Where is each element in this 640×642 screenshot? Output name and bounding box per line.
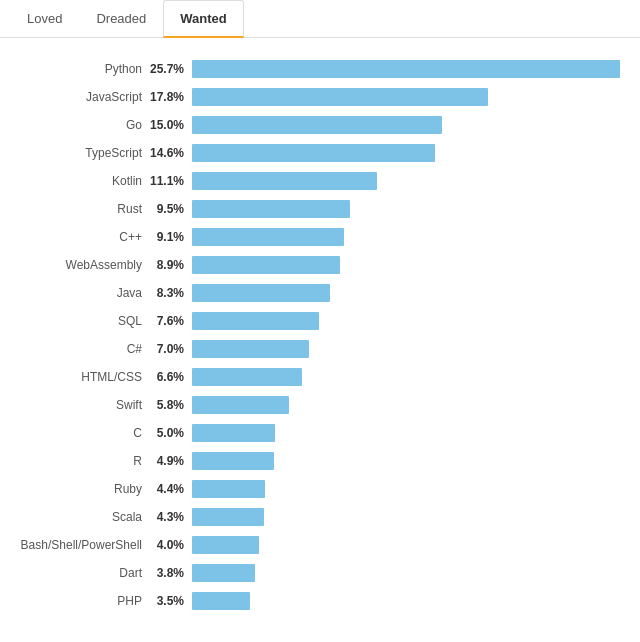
bar-label: C# xyxy=(10,342,150,356)
bar-fill xyxy=(192,284,330,302)
bar-pct: 15.0% xyxy=(150,118,192,132)
bar-fill xyxy=(192,88,488,106)
bar-fill xyxy=(192,172,377,190)
bar-row: Bash/Shell/PowerShell4.0% xyxy=(10,534,620,556)
bar-label: Ruby xyxy=(10,482,150,496)
bar-track xyxy=(192,368,620,386)
bar-pct: 14.6% xyxy=(150,146,192,160)
bar-label: R xyxy=(10,454,150,468)
bar-row: Go15.0% xyxy=(10,114,620,136)
bar-pct: 4.4% xyxy=(150,482,192,496)
bar-label: TypeScript xyxy=(10,146,150,160)
bar-label: HTML/CSS xyxy=(10,370,150,384)
bar-fill xyxy=(192,396,289,414)
bar-label: C xyxy=(10,426,150,440)
bar-track xyxy=(192,452,620,470)
bar-fill xyxy=(192,480,265,498)
bar-track xyxy=(192,424,620,442)
bar-label: C++ xyxy=(10,230,150,244)
bar-fill xyxy=(192,116,442,134)
bar-label: WebAssembly xyxy=(10,258,150,272)
bar-row: TypeScript14.6% xyxy=(10,142,620,164)
bar-track xyxy=(192,256,620,274)
tab-wanted[interactable]: Wanted xyxy=(163,0,243,38)
bar-label: Python xyxy=(10,62,150,76)
bar-fill xyxy=(192,592,250,610)
bar-pct: 6.6% xyxy=(150,370,192,384)
bar-pct: 9.1% xyxy=(150,230,192,244)
bar-row: Scala4.3% xyxy=(10,506,620,528)
bar-pct: 25.7% xyxy=(150,62,192,76)
bar-label: Go xyxy=(10,118,150,132)
bar-row: Rust9.5% xyxy=(10,198,620,220)
bar-pct: 5.0% xyxy=(150,426,192,440)
bar-track xyxy=(192,480,620,498)
bar-row: Ruby4.4% xyxy=(10,478,620,500)
bar-pct: 8.3% xyxy=(150,286,192,300)
bar-fill xyxy=(192,228,344,246)
bar-track xyxy=(192,172,620,190)
bar-fill xyxy=(192,312,319,330)
bar-row: Kotlin11.1% xyxy=(10,170,620,192)
bar-track xyxy=(192,508,620,526)
bar-label: SQL xyxy=(10,314,150,328)
bar-fill xyxy=(192,144,435,162)
bar-track xyxy=(192,116,620,134)
bar-fill xyxy=(192,368,302,386)
bar-label: PHP xyxy=(10,594,150,608)
bar-row: JavaScript17.8% xyxy=(10,86,620,108)
bar-pct: 17.8% xyxy=(150,90,192,104)
bar-label: Dart xyxy=(10,566,150,580)
bar-fill xyxy=(192,340,309,358)
bar-track xyxy=(192,284,620,302)
bar-label: Java xyxy=(10,286,150,300)
bar-row: PHP3.5% xyxy=(10,590,620,612)
bar-row: Java8.3% xyxy=(10,282,620,304)
bar-row: C++9.1% xyxy=(10,226,620,248)
bar-track xyxy=(192,340,620,358)
bar-fill xyxy=(192,564,255,582)
bar-label: Kotlin xyxy=(10,174,150,188)
bar-track xyxy=(192,88,620,106)
bar-track xyxy=(192,396,620,414)
bar-pct: 4.0% xyxy=(150,538,192,552)
bar-pct: 3.5% xyxy=(150,594,192,608)
tabs-container: Loved Dreaded Wanted xyxy=(0,0,640,38)
tab-loved[interactable]: Loved xyxy=(10,0,79,38)
bar-row: Dart3.8% xyxy=(10,562,620,584)
bar-label: Rust xyxy=(10,202,150,216)
bar-pct: 4.9% xyxy=(150,454,192,468)
bar-row: Swift5.8% xyxy=(10,394,620,416)
bar-label: Scala xyxy=(10,510,150,524)
bar-fill xyxy=(192,508,264,526)
tab-dreaded[interactable]: Dreaded xyxy=(79,0,163,38)
bar-row: Python25.7% xyxy=(10,58,620,80)
bar-fill xyxy=(192,60,620,78)
bar-fill xyxy=(192,452,274,470)
bar-pct: 3.8% xyxy=(150,566,192,580)
bar-pct: 11.1% xyxy=(150,174,192,188)
bar-row: R4.9% xyxy=(10,450,620,472)
bar-track xyxy=(192,200,620,218)
bar-pct: 4.3% xyxy=(150,510,192,524)
bar-fill xyxy=(192,536,259,554)
bar-row: C5.0% xyxy=(10,422,620,444)
bar-row: WebAssembly8.9% xyxy=(10,254,620,276)
bar-track xyxy=(192,60,620,78)
bar-track xyxy=(192,592,620,610)
bar-row: HTML/CSS6.6% xyxy=(10,366,620,388)
bar-pct: 7.6% xyxy=(150,314,192,328)
bar-track xyxy=(192,228,620,246)
bar-fill xyxy=(192,424,275,442)
bar-pct: 7.0% xyxy=(150,342,192,356)
bar-label: JavaScript xyxy=(10,90,150,104)
bar-track xyxy=(192,536,620,554)
bar-label: Swift xyxy=(10,398,150,412)
bar-pct: 8.9% xyxy=(150,258,192,272)
bar-row: SQL7.6% xyxy=(10,310,620,332)
bar-track xyxy=(192,144,620,162)
bar-track xyxy=(192,564,620,582)
bar-pct: 9.5% xyxy=(150,202,192,216)
bar-row: C#7.0% xyxy=(10,338,620,360)
bar-label: Bash/Shell/PowerShell xyxy=(10,538,150,552)
